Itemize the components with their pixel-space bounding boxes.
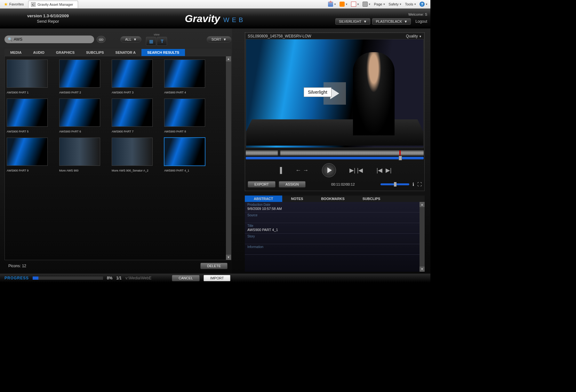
tab-title: Gravity Asset Manager bbox=[37, 3, 73, 6]
safety-menu[interactable]: Safety ▼ bbox=[387, 2, 403, 7]
print-icon bbox=[363, 2, 368, 7]
video-viewport[interactable]: Silverlight bbox=[246, 39, 424, 148]
tab-notes[interactable]: NOTES bbox=[282, 196, 312, 202]
search-icon: 🔍 bbox=[8, 37, 12, 42]
chevron-down-icon: ▼ bbox=[223, 37, 227, 41]
progress-percent: 8% bbox=[107, 276, 112, 280]
asset-label: AWS900 PART 4_1 bbox=[164, 169, 212, 172]
scroll-down-icon[interactable]: ▼ bbox=[226, 255, 231, 260]
view-grid-icon[interactable]: ▦ bbox=[146, 37, 156, 46]
go-button[interactable]: GO bbox=[97, 36, 106, 43]
home-button[interactable]: ▼ bbox=[327, 1, 338, 7]
asset-item[interactable]: More AWS 900_Senator A_2 bbox=[112, 138, 159, 172]
all-label: ALL bbox=[125, 37, 132, 41]
tools-menu[interactable]: Tools ▼ bbox=[404, 2, 418, 7]
play-icon bbox=[330, 88, 339, 99]
chevron-down-icon: ▼ bbox=[383, 3, 385, 6]
tab-media[interactable]: MEDIA bbox=[4, 49, 27, 56]
logout-link[interactable]: Logout bbox=[415, 19, 427, 24]
asset-item[interactable]: AWS900 PART 4 bbox=[164, 60, 212, 94]
scroll-down-icon[interactable]: ▼ bbox=[420, 267, 425, 272]
timeline-progress[interactable] bbox=[246, 157, 424, 159]
tab-favicon: G bbox=[31, 2, 36, 7]
filter-all-dropdown[interactable]: ALL▼ bbox=[120, 36, 141, 43]
logo-text-2: WEB bbox=[223, 16, 246, 23]
tab-abstract[interactable]: ABSTRACT bbox=[245, 196, 282, 202]
print-button[interactable]: ▼ bbox=[361, 1, 372, 7]
timeline-handle[interactable] bbox=[399, 156, 402, 160]
dd2-label: PLASTICBLACK bbox=[376, 20, 402, 23]
theme-dropdown-1[interactable]: SILVERLIGHT▼ bbox=[335, 18, 371, 25]
asset-item[interactable]: AWS900 PART 3 bbox=[112, 60, 159, 94]
progress-fill bbox=[33, 276, 38, 280]
rss-button[interactable]: ▼ bbox=[338, 1, 349, 7]
mail-button[interactable]: ▼ bbox=[350, 1, 361, 7]
asset-item[interactable]: AWS900 PART 1 bbox=[7, 60, 54, 94]
tab-audio[interactable]: AUDIO bbox=[27, 49, 50, 56]
info-icon[interactable]: ℹ bbox=[412, 182, 414, 187]
asset-item[interactable]: AWS900 PART 6 bbox=[59, 99, 107, 133]
version-text: version 1.3-6/10/2009 bbox=[3, 13, 93, 18]
meta-value: AWS900 PART 4_1 bbox=[247, 228, 417, 232]
version-block: version 1.3-6/10/2009 Send Repor bbox=[3, 13, 93, 24]
meta-row: Story bbox=[245, 234, 420, 244]
grid-scrollbar[interactable]: ▲ ▼ bbox=[226, 56, 231, 260]
tab-senator-a[interactable]: SENATOR A bbox=[110, 49, 141, 56]
fullscreen-icon[interactable]: ⛶ bbox=[417, 182, 422, 187]
meta-value bbox=[247, 238, 417, 243]
prev-next-buttons[interactable]: |◀ ▶| bbox=[376, 167, 391, 174]
chevron-down-icon: ▼ bbox=[419, 35, 422, 38]
chevron-down-icon: ▼ bbox=[357, 3, 359, 6]
cancel-button[interactable]: CANCEL bbox=[172, 275, 200, 281]
volume-slider[interactable] bbox=[380, 183, 409, 185]
browser-tab[interactable]: G Gravity Asset Manager bbox=[28, 1, 78, 8]
chevron-down-icon: ▼ bbox=[399, 3, 402, 6]
asset-item[interactable]: AWS900 PART 9 bbox=[7, 138, 54, 172]
app-logo: GravityWEB bbox=[185, 13, 246, 25]
export-button[interactable]: EXPORT bbox=[248, 181, 276, 188]
asset-label: More AWS 900_Senator A_2 bbox=[112, 169, 159, 172]
scroll-up-icon[interactable]: ▲ bbox=[226, 56, 231, 61]
asset-item[interactable]: AWS900 PART 8 bbox=[164, 99, 212, 133]
page-menu[interactable]: Page ▼ bbox=[373, 2, 387, 7]
tab-subclips-meta[interactable]: SUBCLIPS bbox=[354, 196, 389, 202]
chevron-down-icon: ▼ bbox=[404, 20, 407, 23]
tools-label: Tools bbox=[405, 2, 413, 6]
welcome-text: Welcome: S bbox=[335, 12, 427, 16]
timeline-scrubber[interactable] bbox=[246, 150, 424, 156]
asset-item[interactable]: More AWS 900 bbox=[59, 138, 107, 172]
asset-item[interactable]: AWS900 PART 7 bbox=[112, 99, 159, 133]
favorites-button[interactable]: ★ Favorites bbox=[1, 2, 26, 7]
theme-dropdown-2[interactable]: PLASTICBLACK▼ bbox=[372, 18, 411, 25]
volume-handle[interactable] bbox=[394, 182, 396, 187]
asset-item[interactable]: AWS900 PART 5 bbox=[7, 99, 54, 133]
mark-in-icon[interactable]: ▐ bbox=[278, 167, 282, 174]
skip-buttons[interactable]: ▶| |◀ bbox=[349, 167, 363, 174]
import-button[interactable]: IMPORT bbox=[204, 275, 231, 281]
meta-value bbox=[247, 217, 417, 221]
meta-label: Story bbox=[247, 235, 417, 238]
search-input[interactable] bbox=[14, 37, 91, 42]
delete-button[interactable]: DELETE bbox=[200, 263, 228, 269]
asset-item-selected[interactable]: AWS900 PART 4_1 bbox=[164, 138, 212, 172]
tab-search-results[interactable]: SEARCH RESULTS bbox=[141, 49, 185, 56]
step-back-forward-icon[interactable]: ← → bbox=[295, 167, 308, 174]
tab-graphics[interactable]: GRAPHICS bbox=[50, 49, 80, 56]
scroll-up-icon[interactable]: ▲ bbox=[420, 202, 425, 207]
metadata-scrollbar[interactable]: ▲ ▼ bbox=[420, 202, 425, 272]
quality-dropdown[interactable]: Quality ▼ bbox=[406, 34, 422, 38]
play-button[interactable] bbox=[322, 163, 336, 177]
asset-item[interactable]: AWS900 PART 2 bbox=[59, 60, 107, 94]
view-text-icon[interactable]: T bbox=[157, 37, 167, 46]
tab-subclips[interactable]: SUBCLIPS bbox=[80, 49, 110, 56]
help-button[interactable]: ?▼ bbox=[418, 1, 429, 7]
view-group: view ▦ T bbox=[146, 33, 167, 46]
meta-row: Source bbox=[245, 212, 420, 223]
search-box[interactable]: 🔍 bbox=[4, 36, 94, 43]
send-report-link[interactable]: Send Repor bbox=[3, 19, 93, 24]
chevron-down-icon: ▼ bbox=[368, 3, 371, 6]
sort-dropdown[interactable]: SORT▼ bbox=[207, 36, 231, 43]
tab-bookmarks[interactable]: BOOKMARKS bbox=[312, 196, 353, 202]
progress-track bbox=[33, 276, 103, 280]
assign-button[interactable]: ASSIGN bbox=[279, 181, 306, 188]
